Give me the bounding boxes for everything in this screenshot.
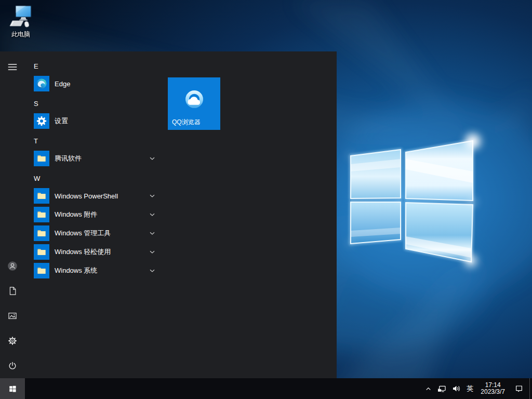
app-item[interactable]: 设置 — [25, 112, 161, 130]
app-item-label: Windows 轻松使用 — [55, 247, 111, 257]
app-item-label: Windows 附件 — [55, 210, 97, 219]
app-item[interactable]: Windows 附件 — [25, 205, 161, 224]
start-menu: EEdgeS设置T腾讯软件WWindows PowerShellWindows … — [0, 51, 337, 378]
qq-browser-icon — [182, 88, 207, 113]
folder-icon — [34, 188, 49, 204]
section-header-W[interactable]: W — [25, 171, 161, 187]
desktop-icon-this-pc[interactable]: 此电脑 — [3, 4, 39, 39]
app-section-E: EEdge — [25, 59, 161, 93]
app-item-label: 设置 — [55, 116, 68, 126]
app-item[interactable]: 腾讯软件 — [25, 149, 161, 168]
section-header-S[interactable]: S — [25, 96, 161, 112]
folder-icon — [34, 207, 49, 222]
app-item[interactable]: Windows 系统 — [25, 261, 161, 280]
show-hidden-icons-button[interactable] — [422, 378, 434, 399]
section-header-T[interactable]: T — [25, 134, 161, 149]
app-item[interactable]: Edge — [25, 74, 161, 93]
wired-network-icon — [437, 385, 446, 393]
clock[interactable]: 17:14 2023/3/7 — [477, 378, 509, 399]
action-center-button[interactable] — [509, 378, 529, 399]
taskbar: 英 17:14 2023/3/7 — [0, 378, 532, 399]
app-item-label: 腾讯软件 — [55, 154, 82, 163]
app-item[interactable]: Windows 管理工具 — [25, 224, 161, 243]
network-button[interactable] — [434, 378, 449, 399]
app-item[interactable]: Windows PowerShell — [25, 187, 161, 205]
chevron-down-icon[interactable] — [149, 248, 156, 256]
folder-icon — [34, 225, 49, 241]
chevron-down-icon[interactable] — [149, 155, 156, 162]
settings-icon — [34, 113, 49, 129]
tile-qq-browser[interactable]: QQ浏览器 — [168, 77, 220, 130]
desktop-icon-label: 此电脑 — [11, 30, 30, 39]
edge-icon — [34, 76, 49, 91]
user-account-icon[interactable] — [0, 254, 25, 278]
chevron-up-icon — [424, 385, 432, 393]
chevron-down-icon[interactable] — [149, 267, 156, 274]
settings-gear-icon[interactable] — [0, 328, 25, 353]
language-indicator[interactable]: 英 — [463, 378, 477, 399]
this-pc-icon — [8, 4, 33, 29]
folder-icon — [34, 244, 49, 260]
date-label: 2023/3/7 — [481, 389, 505, 395]
app-item-label: Windows 系统 — [55, 266, 97, 275]
section-header-E[interactable]: E — [25, 59, 161, 74]
start-menu-rail — [0, 51, 25, 378]
chevron-down-icon[interactable] — [149, 230, 156, 237]
app-item-label: Windows PowerShell — [55, 192, 118, 200]
app-item-label: Edge — [55, 80, 70, 88]
volume-button[interactable] — [449, 378, 463, 399]
tile-area: QQ浏览器 — [168, 77, 220, 130]
app-section-T: T腾讯软件 — [25, 134, 161, 168]
hamburger-icon[interactable] — [0, 55, 25, 79]
app-section-S: S设置 — [25, 96, 161, 130]
folder-icon — [34, 263, 49, 278]
pictures-icon[interactable] — [0, 303, 25, 328]
power-icon[interactable] — [0, 353, 25, 378]
app-list: EEdgeS设置T腾讯软件WWindows PowerShellWindows … — [25, 51, 161, 283]
app-section-W: WWindows PowerShellWindows 附件Windows 管理工… — [25, 171, 161, 280]
app-item[interactable]: Windows 轻松使用 — [25, 243, 161, 261]
show-desktop-button[interactable] — [529, 378, 532, 399]
start-button[interactable] — [0, 378, 25, 399]
notification-bubble-icon — [515, 384, 523, 393]
language-label: 英 — [467, 384, 473, 393]
documents-icon[interactable] — [0, 278, 25, 303]
windows-logo-icon — [8, 384, 17, 393]
chevron-down-icon[interactable] — [149, 211, 156, 218]
chevron-down-icon[interactable] — [149, 192, 156, 200]
system-tray: 英 17:14 2023/3/7 — [422, 378, 532, 399]
tile-label: QQ浏览器 — [172, 118, 201, 127]
speaker-icon — [452, 384, 460, 393]
folder-icon — [34, 151, 49, 166]
app-item-label: Windows 管理工具 — [55, 229, 111, 238]
